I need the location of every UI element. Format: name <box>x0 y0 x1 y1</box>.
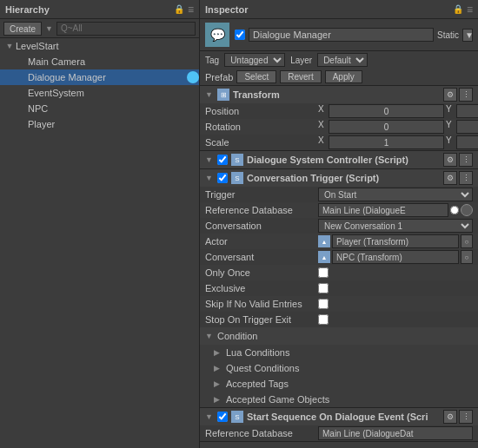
apply-button[interactable]: Apply <box>325 70 362 83</box>
static-dropdown-button[interactable]: ▼ <box>462 29 473 42</box>
stop-on-exit-label: Stop On Trigger Exit <box>205 314 318 325</box>
conversant-row: Conversant ▲ NPC (Transform) ○ <box>200 249 478 265</box>
ss-ref-db-label: Reference Database <box>205 428 318 438</box>
ref-db-name: Main Line (DialogueE <box>318 203 448 217</box>
lua-conditions-item[interactable]: ▶ Lua Conditions <box>200 345 478 360</box>
y-pos-input[interactable] <box>456 104 478 118</box>
tree-arrow-level-start: ▼ <box>3 42 16 50</box>
dsc-icon: S <box>231 154 243 166</box>
ct-header[interactable]: ▼ S Conversation Trigger (Script) ⚙ ⋮ <box>200 169 478 187</box>
hierarchy-search[interactable] <box>56 22 196 36</box>
menu-icon[interactable]: ≡ <box>467 3 473 16</box>
ss-arrow-icon: ▼ <box>205 412 214 421</box>
create-button[interactable]: Create <box>3 22 42 36</box>
inspector-panel: Inspector 🔒 ≡ 💬 Static ▼ Tag <box>200 0 478 448</box>
ct-icon: S <box>231 172 243 184</box>
static-label: Static <box>437 30 459 40</box>
quest-conditions-item[interactable]: ▶ Quest Conditions <box>200 360 478 376</box>
gameobject-header: 💬 Static ▼ <box>200 19 478 51</box>
trigger-select[interactable]: On Start <box>318 188 473 201</box>
condition-header[interactable]: ▼ Condition <box>200 327 478 345</box>
hierarchy-header-icons: 🔒 ≡ <box>174 3 194 16</box>
accepted-go-item[interactable]: ▶ Accepted Game Objects <box>200 392 478 407</box>
tree-label-event-system: EventSystem <box>28 88 199 98</box>
hierarchy-panel: Hierarchy 🔒 ≡ Create ▼ ▼ LevelStart Main… <box>0 0 200 448</box>
ss-enabled-checkbox[interactable] <box>217 412 228 422</box>
go-active-checkbox[interactable] <box>235 30 245 40</box>
ss-more-btn[interactable]: ⋮ <box>459 410 473 424</box>
trigger-label: Trigger <box>205 189 318 200</box>
only-once-value <box>318 267 473 278</box>
tree-item-main-camera[interactable]: Main Camera <box>0 54 199 69</box>
tree-item-level-start[interactable]: ▼ LevelStart <box>0 38 199 54</box>
go-icon-glyph: 💬 <box>210 28 225 42</box>
conversant-ref-btn[interactable]: ○ <box>461 250 473 264</box>
prefab-row: Prefab Select Revert Apply <box>200 69 478 86</box>
tree-item-npc[interactable]: NPC <box>0 101 199 116</box>
only-once-row: Only Once <box>200 265 478 280</box>
stop-on-exit-value <box>318 314 473 325</box>
revert-button[interactable]: Revert <box>280 70 321 83</box>
x-label-pos: X <box>318 104 327 118</box>
ref-db-label: Reference Database <box>205 205 318 215</box>
conversation-label: Conversation <box>205 221 318 231</box>
only-once-checkbox[interactable] <box>318 267 329 278</box>
menu-icon[interactable]: ≡ <box>188 3 194 16</box>
skip-no-valid-checkbox[interactable] <box>318 299 329 309</box>
create-arrow-icon: ▼ <box>45 24 53 33</box>
dsc-settings-btn[interactable]: ⚙ <box>443 153 457 167</box>
accepted-tags-item[interactable]: ▶ Accepted Tags <box>200 376 478 392</box>
ct-enabled-checkbox[interactable] <box>217 173 228 183</box>
layer-label: Layer <box>290 56 312 65</box>
transform-header[interactable]: ▼ ⊞ Transform ⚙ ⋮ <box>200 86 478 103</box>
ref-db-radio[interactable] <box>450 206 459 214</box>
x-pos-input[interactable] <box>329 104 444 118</box>
hierarchy-title: Hierarchy <box>5 4 50 15</box>
x-scale-input[interactable] <box>329 135 444 149</box>
ref-db-value: Main Line (DialogueE <box>318 203 473 217</box>
conversant-ref: ▲ NPC (Transform) ○ <box>318 250 473 264</box>
layer-select[interactable]: Default <box>317 53 368 67</box>
y-rot-input[interactable] <box>456 120 478 134</box>
transform-settings-btn[interactable]: ⚙ <box>443 88 457 102</box>
quest-conditions-label: Quest Conditions <box>226 363 299 373</box>
conversation-select[interactable]: New Conversation 1 <box>318 219 473 233</box>
y-scale-input[interactable] <box>456 135 478 149</box>
ref-db-circle[interactable] <box>461 204 473 216</box>
lua-arrow-icon: ▶ <box>214 348 222 357</box>
select-button[interactable]: Select <box>236 70 276 83</box>
ss-settings: ⚙ ⋮ <box>443 410 473 424</box>
tree-item-event-system[interactable]: EventSystem <box>0 85 199 101</box>
actor-ref: ▲ Player (Transform) ○ <box>318 234 473 248</box>
stop-on-exit-row: Stop On Trigger Exit <box>200 312 478 327</box>
ct-more-btn[interactable]: ⋮ <box>459 171 473 185</box>
ct-settings-btn[interactable]: ⚙ <box>443 171 457 185</box>
go-name-input[interactable] <box>249 28 434 42</box>
go-icon: 💬 <box>205 23 229 47</box>
skip-no-valid-row: Skip If No Valid Entries <box>200 296 478 312</box>
accepted-go-label: Accepted Game Objects <box>226 394 329 405</box>
stop-on-exit-checkbox[interactable] <box>318 314 329 325</box>
ss-header[interactable]: ▼ S Start Sequence On Dialogue Event (Sc… <box>200 408 478 425</box>
ct-title: Conversation Trigger (Script) <box>247 173 440 183</box>
y-label-rot: Y <box>446 120 455 134</box>
hierarchy-header: Hierarchy 🔒 ≡ <box>0 0 199 19</box>
x-rot-input[interactable] <box>329 120 444 134</box>
dialogue-system-header[interactable]: ▼ S Dialogue System Controller (Script) … <box>200 151 478 168</box>
dsc-settings: ⚙ ⋮ <box>443 153 473 167</box>
actor-ref-btn[interactable]: ○ <box>461 234 473 248</box>
dsc-more-btn[interactable]: ⋮ <box>459 153 473 167</box>
x-label-scale: X <box>318 135 327 149</box>
accepted-tags-arrow-icon: ▶ <box>214 379 222 388</box>
only-once-label: Only Once <box>205 267 318 278</box>
tag-select[interactable]: Untagged <box>224 53 285 67</box>
dsc-enabled-checkbox[interactable] <box>217 155 228 165</box>
tree-item-dialogue-manager[interactable]: Dialogue Manager <box>0 69 199 85</box>
exclusive-checkbox[interactable] <box>318 283 329 293</box>
ss-settings-btn[interactable]: ⚙ <box>443 410 457 424</box>
tree-item-player[interactable]: Player <box>0 116 199 132</box>
transform-more-btn[interactable]: ⋮ <box>459 88 473 102</box>
ct-settings: ⚙ ⋮ <box>443 171 473 185</box>
exclusive-value <box>318 283 473 293</box>
conversant-label: Conversant <box>205 252 318 262</box>
